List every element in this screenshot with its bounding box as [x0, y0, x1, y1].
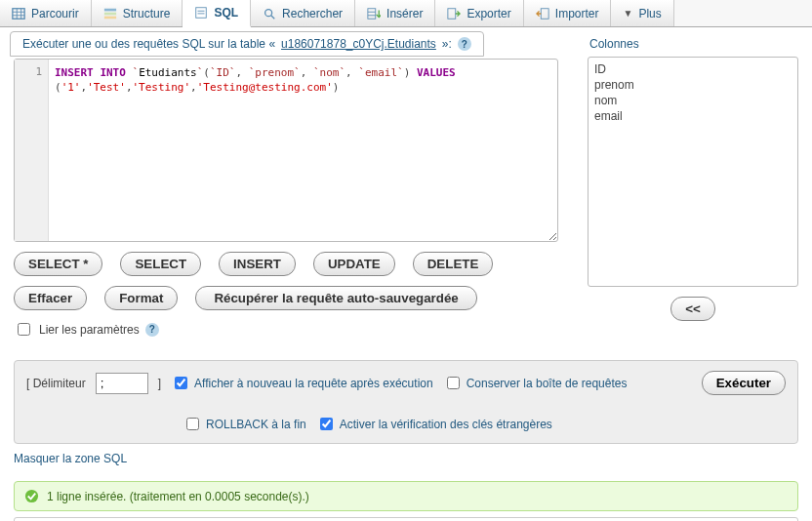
svg-line-12: [271, 15, 275, 19]
tab-sql[interactable]: SQL: [183, 0, 251, 27]
query-header-suffix: »:: [442, 37, 452, 51]
svg-point-18: [25, 490, 38, 502]
tab-more[interactable]: ▼ Plus: [611, 0, 673, 26]
options-bar: [ Délimiteur ] Afficher à nouveau la req…: [14, 360, 798, 444]
svg-rect-0: [13, 8, 24, 19]
success-banner: 1 ligne insérée. (traitement en 0.0005 s…: [14, 481, 798, 511]
show-again-checkbox[interactable]: [175, 377, 187, 389]
sql-editor[interactable]: INSERT INTO `Etudiants`(`ID`, `prenom`, …: [49, 60, 557, 241]
query-header-table[interactable]: u186071878_c0YCj.Etudiants: [281, 37, 436, 51]
utility-buttons: Effacer Format Récupérer la requête auto…: [14, 286, 574, 310]
tab-structure[interactable]: Structure: [92, 0, 183, 26]
insert-icon: [367, 7, 381, 20]
delimiter-label-close: ]: [158, 377, 161, 390]
column-item[interactable]: ID: [594, 61, 792, 77]
template-buttons: SELECT * SELECT INSERT UPDATE DELETE: [14, 252, 574, 276]
import-icon: [536, 7, 549, 20]
fk-check-option[interactable]: Activer la vérification des clés étrangè…: [316, 415, 552, 433]
tab-search[interactable]: Rechercher: [251, 0, 355, 26]
dropdown-triangle-icon: ▼: [623, 8, 632, 19]
bind-params-row: Lier les paramètres ?: [14, 320, 574, 339]
keep-box-label: Conserver la boîte de requêtes: [467, 377, 628, 390]
svg-rect-5: [104, 8, 116, 11]
svg-rect-16: [448, 8, 456, 19]
tab-browse-label: Parcourir: [31, 7, 79, 20]
sql-editor-container: 1 INSERT INTO `Etudiants`(`ID`, `prenom`…: [14, 59, 558, 242]
recover-autosave-button[interactable]: Récupérer la requête auto-sauvegardée: [195, 286, 476, 310]
keep-box-option[interactable]: Conserver la boîte de requêtes: [443, 374, 628, 392]
execute-button[interactable]: Exécuter: [702, 371, 786, 395]
tab-import[interactable]: Importer: [524, 0, 612, 26]
column-item[interactable]: nom: [594, 93, 792, 108]
line-gutter: 1: [15, 60, 49, 241]
tab-bar: Parcourir Structure SQL Rechercher Insér…: [0, 0, 812, 27]
tab-insert[interactable]: Insérer: [355, 0, 435, 26]
delete-button[interactable]: DELETE: [413, 252, 494, 276]
bind-help-icon[interactable]: ?: [145, 323, 159, 337]
show-again-label: Afficher à nouveau la requête après exéc…: [194, 377, 433, 390]
insert-column-button[interactable]: <<: [670, 297, 715, 321]
svg-rect-13: [368, 8, 376, 19]
browse-icon: [12, 7, 25, 20]
export-icon: [447, 7, 461, 20]
show-again-option[interactable]: Afficher à nouveau la requête après exéc…: [171, 374, 433, 392]
update-button[interactable]: UPDATE: [313, 252, 395, 276]
tab-import-label: Importer: [555, 7, 599, 20]
svg-rect-7: [104, 16, 116, 19]
rollback-checkbox[interactable]: [186, 418, 199, 430]
svg-point-11: [265, 9, 272, 16]
check-icon: [24, 489, 39, 503]
svg-rect-6: [104, 12, 116, 15]
select-star-button[interactable]: SELECT *: [14, 252, 102, 276]
tab-search-label: Rechercher: [282, 7, 343, 20]
svg-rect-17: [541, 8, 548, 19]
structure-icon: [103, 7, 117, 20]
tab-sql-label: SQL: [214, 6, 238, 20]
tab-more-label: Plus: [638, 7, 661, 20]
column-item[interactable]: email: [594, 108, 792, 124]
format-button[interactable]: Format: [104, 286, 178, 310]
rollback-label: ROLLBACK à la fin: [206, 418, 306, 431]
hide-sql-toggle[interactable]: Masquer la zone SQL: [0, 452, 812, 475]
fk-check-label: Activer la vérification des clés étrangè…: [340, 418, 552, 431]
search-icon: [263, 7, 276, 20]
svg-rect-8: [196, 8, 207, 19]
tab-browse[interactable]: Parcourir: [0, 0, 92, 26]
fk-check-checkbox[interactable]: [320, 418, 333, 430]
tab-export[interactable]: Exporter: [435, 0, 523, 26]
delimiter-input[interactable]: [96, 373, 148, 394]
column-item[interactable]: prenom: [594, 77, 792, 93]
insert-button[interactable]: INSERT: [219, 252, 296, 276]
delimiter-label-open: [ Délimiteur: [26, 377, 86, 390]
columns-heading: Colonnes: [588, 37, 798, 57]
query-header: Exécuter une ou des requêtes SQL sur la …: [10, 31, 484, 57]
tab-insert-label: Insérer: [386, 7, 423, 20]
tab-export-label: Exporter: [467, 7, 510, 20]
sql-icon: [194, 6, 208, 20]
tab-structure-label: Structure: [123, 7, 171, 20]
bind-params-checkbox[interactable]: [18, 323, 30, 336]
clear-button[interactable]: Effacer: [14, 286, 87, 310]
bind-params-label: Lier les paramètres: [39, 323, 140, 337]
query-header-prefix: Exécuter une ou des requêtes SQL sur la …: [22, 37, 275, 51]
keep-box-checkbox[interactable]: [447, 377, 460, 389]
success-message: 1 ligne insérée. (traitement en 0.0005 s…: [47, 490, 309, 503]
columns-list[interactable]: ID prenom nom email: [588, 57, 798, 287]
select-button[interactable]: SELECT: [120, 252, 201, 276]
executed-sql: INSERT INTO `Etudiants`(`ID`, `prenom`, …: [14, 517, 798, 521]
rollback-option[interactable]: ROLLBACK à la fin: [183, 415, 306, 433]
help-icon[interactable]: ?: [458, 37, 471, 51]
